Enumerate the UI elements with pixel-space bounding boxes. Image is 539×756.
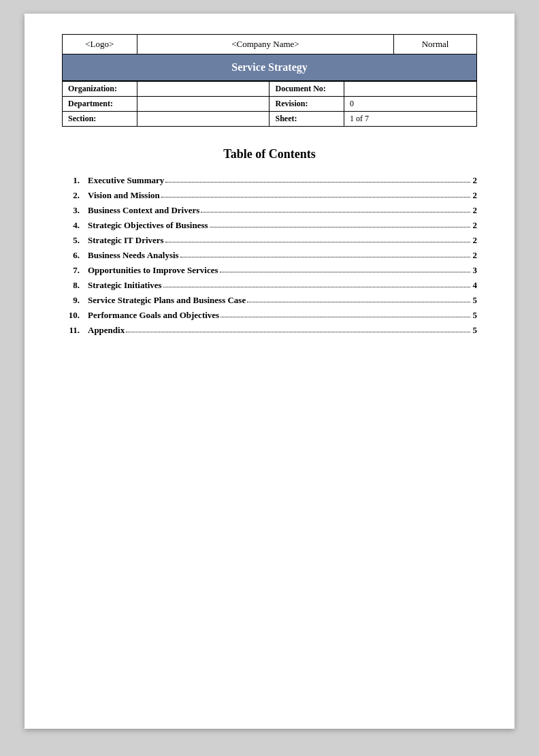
toc-item: 8.Strategic Initiatives4 [62,280,477,291]
toc-item-text: Vision and Mission [88,190,160,201]
header-table: <Logo> <Company Name> Normal [62,34,477,54]
rev-label: Revision: [270,97,344,112]
toc-item-dots [180,250,470,258]
toc-item: 3.Business Context and Drivers2 [62,205,477,216]
toc-item-dots [247,295,470,303]
toc-item-text: Service Strategic Plans and Business Cas… [88,295,246,306]
toc-item-text: Strategic IT Drivers [88,235,164,246]
dept-value [137,97,270,112]
logo-cell: <Logo> [63,35,137,54]
toc-item: 6.Business Needs Analysis2 [62,250,477,261]
toc-item-text: Executive Summary [88,175,164,186]
toc-item-num: 3. [62,205,88,216]
info-table: Organization: Document No: Department: R… [62,81,477,127]
toc-item-text: Strategic Objectives of Business [88,220,208,231]
docno-value [344,82,477,97]
toc-item-dots [126,325,470,333]
toc-item-num: 8. [62,280,88,291]
normal-cell: Normal [394,35,477,54]
toc-item-page: 2 [472,235,478,246]
toc-item: 2.Vision and Mission2 [62,190,477,201]
toc-item: 11.Appendix5 [62,325,477,336]
toc-item-page: 2 [472,175,478,186]
toc-list: 1.Executive Summary22.Vision and Mission… [62,175,477,336]
toc-item-text: Business Needs Analysis [88,250,179,261]
page: <Logo> <Company Name> Normal Service Str… [24,14,514,729]
title-banner: Service Strategy [62,54,477,81]
toc-item-page: 2 [472,190,478,201]
org-label: Organization: [63,82,137,97]
toc-item-page: 2 [472,205,478,216]
toc-item: 10.Performance Goals and Objectives5 [62,310,477,321]
toc-item-page: 2 [472,220,478,231]
toc-title: Table of Contents [62,147,477,161]
company-cell: <Company Name> [137,35,394,54]
sheet-label: Sheet: [270,112,344,127]
toc-item-dots [220,265,470,273]
rev-value: 0 [344,97,477,112]
docno-label: Document No: [270,82,344,97]
toc-item-text: Opportunities to Improve Services [88,265,218,276]
toc-item-page: 2 [472,250,478,261]
toc-item-dots [165,235,470,243]
toc-item-num: 4. [62,220,88,231]
toc-item-dots [201,205,470,213]
toc-item-num: 10. [62,310,88,321]
toc-item: 9.Service Strategic Plans and Business C… [62,295,477,306]
toc-item: 7.Opportunities to Improve Services3 [62,265,477,276]
toc-item-text: Performance Goals and Objectives [88,310,219,321]
toc-item-dots [220,310,470,318]
toc-item-num: 7. [62,265,88,276]
toc-item-num: 5. [62,235,88,246]
toc-item-dots [163,280,470,288]
toc-item-page: 5 [472,325,478,336]
toc-item-page: 5 [472,310,478,321]
toc-item-dots [210,220,470,228]
toc-item-num: 6. [62,250,88,261]
toc-item-num: 2. [62,190,88,201]
toc-item-page: 3 [472,265,478,276]
dept-label: Department: [63,97,137,112]
toc-item-text: Appendix [88,325,125,336]
toc-item: 1.Executive Summary2 [62,175,477,186]
toc-item-page: 4 [472,280,478,291]
toc-item-num: 1. [62,175,88,186]
toc-item-page: 5 [472,295,478,306]
org-value [137,82,270,97]
toc-item-dots [161,190,470,198]
section-value [137,112,270,127]
toc-item-text: Business Context and Drivers [88,205,199,216]
toc-item-num: 9. [62,295,88,306]
toc-item: 4.Strategic Objectives of Business2 [62,220,477,231]
toc-item-text: Strategic Initiatives [88,280,162,291]
sheet-value: 1 of 7 [344,112,477,127]
toc-item-num: 11. [62,325,88,336]
toc-item: 5.Strategic IT Drivers2 [62,235,477,246]
toc-item-dots [165,175,470,183]
section-label: Section: [63,112,137,127]
